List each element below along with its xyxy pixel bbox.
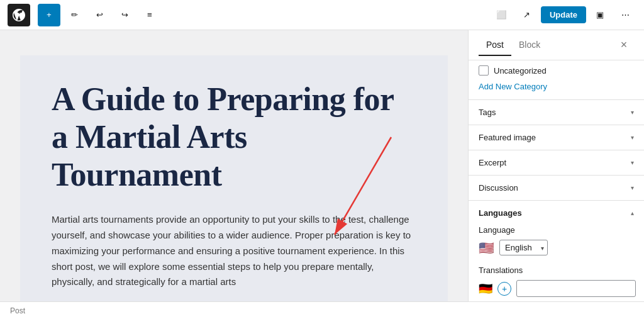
de-flag-icon: 🇩🇪 — [479, 282, 492, 296]
close-sidebar-button[interactable]: × — [614, 35, 634, 55]
tab-block[interactable]: Block — [511, 35, 548, 56]
tags-chevron: ▾ — [631, 109, 634, 116]
update-button[interactable]: Update — [541, 6, 586, 23]
add-block-button[interactable]: + — [38, 4, 60, 26]
languages-chevron[interactable]: ▴ — [631, 210, 634, 216]
languages-section: Languages ▴ Language 🇺🇸 English French S… — [469, 201, 644, 301]
language-select[interactable]: English French Spanish German — [499, 240, 548, 255]
category-label: Uncategorized — [494, 66, 547, 76]
languages-title: Languages — [479, 208, 522, 218]
plus-icon: + — [47, 10, 52, 20]
view-icon: ⬜ — [496, 10, 507, 20]
status-text: Post — [10, 306, 25, 315]
more-icon: ⋯ — [621, 10, 630, 20]
featured-image-section: Featured image ▾ — [469, 125, 644, 150]
featured-image-title: Featured image — [479, 133, 536, 142]
edit-mode-button[interactable]: ✏ — [63, 4, 86, 26]
post-excerpt[interactable]: Martial arts tournaments provide an oppo… — [52, 212, 416, 290]
sidebar: Post Block × Uncategorized Add New Categ… — [468, 30, 644, 301]
languages-header[interactable]: Languages ▴ — [479, 208, 634, 218]
featured-image-chevron: ▾ — [631, 134, 634, 141]
tags-title: Tags — [479, 108, 496, 117]
add-new-category-link[interactable]: Add New Category — [479, 82, 547, 91]
more-options-button[interactable]: ⋯ — [614, 4, 636, 26]
tags-section: Tags ▾ — [469, 100, 644, 125]
status-bar: Post — [0, 301, 644, 319]
excerpt-chevron: ▾ — [631, 159, 634, 166]
toolbar: + ✏ ↩ ↪ ≡ ⬜ ↗ Update ▣ ⋯ — [0, 0, 644, 30]
editor-area: A Guide to Preparing for a Martial Arts … — [0, 30, 468, 301]
excerpt-section: Excerpt ▾ — [469, 150, 644, 176]
language-selector: 🇺🇸 English French Spanish German — [479, 240, 634, 255]
add-translation-button[interactable]: + — [497, 282, 511, 296]
category-row: Uncategorized — [479, 65, 634, 76]
redo-button[interactable]: ↪ — [113, 4, 136, 26]
main-layout: A Guide to Preparing for a Martial Arts … — [0, 30, 644, 301]
editor-canvas: A Guide to Preparing for a Martial Arts … — [20, 55, 448, 301]
tab-post[interactable]: Post — [479, 35, 511, 56]
category-checkbox[interactable] — [479, 65, 489, 76]
list-icon: ≡ — [147, 10, 152, 20]
translation-input[interactable] — [516, 280, 636, 297]
excerpt-header[interactable]: Excerpt ▾ — [469, 150, 644, 175]
featured-image-header[interactable]: Featured image ▾ — [469, 125, 644, 150]
languages-content: Languages ▴ Language 🇺🇸 English French S… — [469, 201, 644, 301]
discussion-header[interactable]: Discussion ▾ — [469, 176, 644, 200]
excerpt-title: Excerpt — [479, 158, 506, 167]
undo-icon: ↩ — [96, 10, 103, 20]
categories-content: Uncategorized Add New Category — [469, 60, 644, 99]
sidebar-tabs: Post Block — [479, 35, 614, 56]
categories-section: Uncategorized Add New Category — [469, 60, 644, 100]
sidebar-icon: ▣ — [596, 10, 604, 20]
sidebar-header: Post Block × — [469, 30, 644, 60]
language-label: Language — [479, 225, 634, 235]
wordpress-logo[interactable] — [8, 4, 30, 26]
discussion-chevron: ▾ — [631, 184, 634, 191]
toolbar-right: ⬜ ↗ Update ▣ ⋯ — [491, 4, 636, 26]
translations-label: Translations — [479, 266, 634, 275]
pencil-icon: ✏ — [71, 10, 78, 20]
open-in-new-button[interactable]: ↗ — [516, 4, 538, 26]
list-view-button[interactable]: ≡ — [138, 4, 161, 26]
translation-row: 🇩🇪 + — [479, 280, 634, 297]
discussion-title: Discussion — [479, 183, 518, 193]
post-title[interactable]: A Guide to Preparing for a Martial Arts … — [52, 81, 416, 193]
us-flag-icon: 🇺🇸 — [479, 242, 494, 254]
sidebar-toggle-button[interactable]: ▣ — [589, 4, 611, 26]
tags-header[interactable]: Tags ▾ — [469, 100, 644, 125]
discussion-section: Discussion ▾ — [469, 176, 644, 201]
language-select-wrapper: English French Spanish German — [499, 240, 548, 255]
view-button[interactable]: ⬜ — [491, 4, 513, 26]
external-link-icon: ↗ — [523, 10, 530, 20]
undo-button[interactable]: ↩ — [88, 4, 111, 26]
redo-icon: ↪ — [121, 10, 128, 20]
